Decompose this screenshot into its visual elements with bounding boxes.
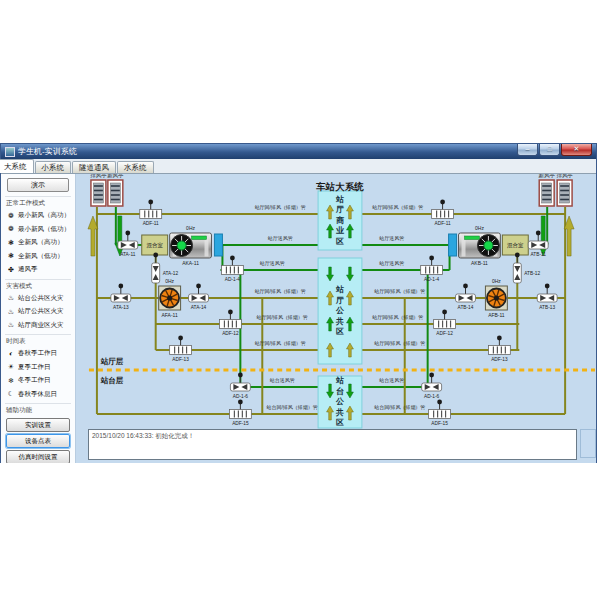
mixing-chamber: 混合室 <box>502 235 528 255</box>
mixing-chamber: 混合室 <box>142 235 168 255</box>
sidebar-item[interactable]: ❄冬季工作日 <box>5 374 71 388</box>
duct-connector <box>214 234 222 256</box>
svg-text:公: 公 <box>335 306 345 315</box>
main-panel: 站厅层站台层站厅商业区站厅公共区站台公共区排风亭新风亭新风亭排风亭混合室混合室0… <box>76 174 596 463</box>
fan-frequency: 0Hz <box>165 278 174 284</box>
svg-text:共: 共 <box>335 408 344 417</box>
maximize-button[interactable]: □ <box>539 144 560 156</box>
damper-label: ADF-13 <box>172 357 189 362</box>
sim-time-settings-button[interactable]: 仿真时间设置 <box>6 450 70 463</box>
sidebar-item[interactable]: ♨站台公共区火灾 <box>5 292 71 306</box>
sidebar-item-label: 全新风（高功） <box>18 238 64 247</box>
sidebar-item[interactable]: ❃全新风（高功） <box>5 236 71 250</box>
zone-站厅商业区: 站厅商业区 <box>318 191 362 250</box>
duct-label: 站厅回/排风（排烟）管 <box>255 288 306 295</box>
duct-label: 站厅回/排风（排烟）管 <box>255 340 306 347</box>
fire-mode-icon: ♨ <box>7 294 15 302</box>
svg-text:厅: 厅 <box>335 296 344 305</box>
sidebar-item[interactable]: ♨站厅商业区火灾 <box>5 319 71 333</box>
duct-label: 站厅送风管 <box>379 235 404 242</box>
fan-label: AFA-11 <box>162 312 178 318</box>
schedule-icon: ◐ <box>7 350 15 357</box>
svg-text:区: 区 <box>336 327 344 336</box>
damper-status-dot <box>118 284 123 289</box>
minimize-button[interactable]: – <box>517 144 538 156</box>
season-mode-icon: ✤ <box>7 266 15 274</box>
fan-mode-icon: ❃ <box>7 252 15 260</box>
schedule-icon: ❄ <box>7 377 15 385</box>
log-scrollbar[interactable] <box>580 429 596 458</box>
damper-label: ADF-12 <box>436 331 453 336</box>
sidebar-item[interactable]: ♨站厅公共区火灾 <box>5 305 71 319</box>
duct-label: 站厅回/排风（排烟）管 <box>372 204 423 211</box>
svg-text:区: 区 <box>336 237 344 246</box>
damper-label: ATA-12 <box>163 271 179 276</box>
fan-frequency: 0Hz <box>475 225 484 231</box>
tab-tunnel-ventilation[interactable]: 隧道通风 <box>72 161 116 173</box>
sidebar-item[interactable]: ◐春秋季工作日 <box>5 347 71 361</box>
training-settings-button[interactable]: 实训设置 <box>6 418 70 432</box>
damper-status-dot <box>125 231 130 236</box>
window-title: 学生机-实训系统 <box>18 146 77 157</box>
damper-label: ADF-12 <box>222 331 239 336</box>
sidebar-item-label: 站厅商业区火灾 <box>18 321 64 330</box>
demo-button[interactable]: 演示 <box>7 178 69 192</box>
sidebar-item-label: 站厅公共区火灾 <box>18 307 64 316</box>
duct-label: 站厅回/排风（排烟）管 <box>374 288 425 295</box>
close-button[interactable]: ✕ <box>561 144 592 156</box>
sidebar-item[interactable]: ☾春秋季休息日 <box>5 388 71 402</box>
damper-label: ADF-15 <box>232 421 249 426</box>
fire-mode-icon: ♨ <box>7 308 15 316</box>
tab-small-system[interactable]: 小系统 <box>35 161 72 173</box>
svg-text:站: 站 <box>335 285 344 294</box>
damper-label: AD-1-4 <box>424 277 439 282</box>
damper-status-dot <box>148 200 153 205</box>
damper-label: ATB-12 <box>524 271 540 276</box>
sidebar-item-label: 冬季工作日 <box>18 376 51 385</box>
zone-站厅公共区: 站厅公共区 <box>318 258 362 364</box>
duct-label: 站台回/排风（排烟）管 <box>267 404 318 411</box>
schedule-icon: ☾ <box>7 390 15 398</box>
duct-label: 站厅回/排风（排烟）管 <box>372 314 423 321</box>
log-entry: 2015/10/20 16:43:33: 初始化完成！ <box>92 432 194 439</box>
device-point-table-button[interactable]: 设备点表 <box>6 434 70 448</box>
event-log: 2015/10/20 16:43:33: 初始化完成！ <box>88 429 577 460</box>
svg-text:台: 台 <box>336 386 344 396</box>
tab-water-system[interactable]: 水系统 <box>117 161 154 173</box>
titlebar[interactable]: 学生机-实训系统 – □ ✕ <box>1 144 596 159</box>
duct-label: 站台回/排风（排烟）管 <box>374 404 425 411</box>
window-controls: – □ ✕ <box>517 144 592 156</box>
duct-label: 站厅回/排风（排烟）管 <box>257 314 308 321</box>
fan-mode-icon: ❁ <box>7 212 15 220</box>
damper-label: ADF-11 <box>435 221 451 226</box>
damper-label: AD-1-4 <box>225 277 240 282</box>
damper-status-dot <box>437 400 442 405</box>
damper-status-dot <box>230 256 235 261</box>
damper-status-dot <box>153 253 158 258</box>
fan-frequency: 0Hz <box>186 225 195 231</box>
fan-label: AKA-11 <box>182 260 199 266</box>
fan-mode-icon: ❁ <box>7 225 15 233</box>
sidebar-item[interactable]: ❃全新风（低功） <box>5 250 71 264</box>
app-icon <box>5 147 15 157</box>
damper-status-dot <box>238 373 243 378</box>
hvac-diagram: 站厅层站台层站厅商业区站厅公共区站台公共区排风亭新风亭新风亭排风亭混合室混合室0… <box>76 174 596 429</box>
sidebar-item[interactable]: ☀夏季工作日 <box>5 361 71 375</box>
duct-label: 站厅回/排风（排烟）管 <box>374 340 425 347</box>
sidebar-item-label: 春秋季休息日 <box>18 390 57 399</box>
tab-big-system[interactable]: 大系统 <box>0 159 34 173</box>
damper-status-dot <box>545 284 550 289</box>
fan-mode-icon: ❃ <box>7 239 15 247</box>
duct-label: 站台送风管 <box>270 377 295 384</box>
sidebar-item[interactable]: ❁最小新风（高功） <box>5 209 71 223</box>
sidebar-item[interactable]: ✤通风季 <box>5 263 71 277</box>
sidebar-item-label: 全新风（低功） <box>18 252 64 261</box>
sidebar-item[interactable]: ❁最小新风（低功） <box>5 223 71 237</box>
damper-status-dot <box>429 373 434 378</box>
sidebar-section-header-aux: 辅助功能 <box>5 403 71 416</box>
damper-status-dot <box>463 284 468 289</box>
fan-label: AFB-11 <box>488 312 505 318</box>
damper-status-dot <box>515 253 520 258</box>
diagram-title: 车站大系统 <box>315 181 364 192</box>
sidebar-section-header: 正常工作模式 <box>5 196 71 209</box>
